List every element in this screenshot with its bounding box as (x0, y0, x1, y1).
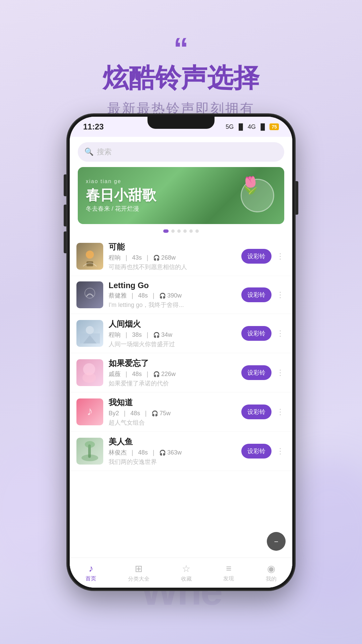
song-artist-2: 蔡健雅 (109, 291, 127, 300)
svg-point-10 (82, 373, 96, 383)
banner-dot-6[interactable] (195, 229, 199, 233)
more-btn-6[interactable]: ⋮ (275, 445, 286, 457)
song-title-3: 人间烟火 (109, 319, 236, 329)
song-cover-2 (76, 281, 103, 308)
song-plays-1: 🎧268w (153, 254, 176, 261)
set-ringtone-btn-5[interactable]: 设彩铃 (241, 405, 272, 419)
song-sep1: ｜ (129, 448, 135, 457)
svg-point-16 (85, 441, 95, 448)
nav-item-discover[interactable]: ≡ 发现 (223, 563, 234, 582)
more-btn-4[interactable]: ⋮ (275, 367, 286, 379)
song-artist-1: 程响 (109, 254, 121, 262)
search-bar[interactable]: 🔍 搜索 (78, 142, 284, 162)
banner-dot-1[interactable] (163, 229, 169, 233)
nav-item-category[interactable]: ⊞ 分类大全 (128, 563, 149, 583)
song-sep1: ｜ (122, 409, 128, 417)
svg-text:♪: ♪ (87, 404, 93, 418)
signal-bars-1: ▐▌ (236, 123, 245, 130)
banner[interactable]: xiao tian ge 春日小甜歌 冬去春来 / 花开烂漫 🌷 (78, 167, 284, 224)
song-desc-3: 人间一场烟火你曾盛开过 (109, 340, 236, 348)
song-meta-3: 程响 ｜ 38s ｜ 🎧34w (109, 331, 236, 339)
headphone-icon: 🎧 (159, 449, 166, 456)
song-sep1: ｜ (123, 370, 129, 378)
nav-icon-favorites: ☆ (182, 563, 190, 574)
song-sep1: ｜ (123, 331, 129, 339)
song-artist-5: By2 (109, 410, 119, 417)
header-quote: “ (0, 34, 362, 64)
battery-badge: 75 (269, 123, 279, 130)
song-item-6: 美人鱼 林俊杰 ｜ 48s ｜ 🎧363w 我们两的安逸世界 设彩铃 ⋮ (70, 432, 292, 471)
nav-label-category: 分类大全 (128, 576, 149, 583)
more-btn-1[interactable]: ⋮ (275, 250, 286, 262)
banner-dot-5[interactable] (189, 229, 193, 233)
nav-label-profile: 我的 (266, 576, 277, 583)
song-desc-5: 超人气女组合 (109, 419, 236, 427)
song-duration-5: 48s (130, 410, 140, 417)
search-placeholder-text: 搜索 (97, 147, 112, 157)
song-title-6: 美人鱼 (109, 436, 236, 447)
nav-label-discover: 发现 (223, 575, 234, 582)
song-desc-6: 我们两的安逸世界 (109, 458, 236, 466)
song-desc-4: 如果爱懂了承诺的代价 (109, 379, 236, 387)
nav-label-favorites: 收藏 (181, 576, 192, 583)
nav-label-home: 首页 (85, 575, 96, 582)
banner-dot-2[interactable] (171, 229, 175, 233)
signal-bars-2: ▐▌ (258, 123, 267, 130)
song-item-4: 如果爱忘了 戚薇 ｜ 48s ｜ 🎧226w 如果爱懂了承诺的代价 设彩铃 ⋮ (70, 353, 292, 392)
song-actions-5: 设彩铃 ⋮ (241, 405, 286, 419)
set-ringtone-btn-6[interactable]: 设彩铃 (241, 444, 272, 459)
song-cover-5: ♪ (76, 398, 103, 425)
more-btn-5[interactable]: ⋮ (275, 406, 286, 418)
app-content: 🔍 搜索 xiao tian ge 春日小甜歌 冬去春来 / 花开烂漫 🌷 (70, 137, 292, 588)
song-sep2: ｜ (150, 448, 157, 457)
song-sep2: ｜ (144, 254, 150, 262)
song-actions-6: 设彩铃 ⋮ (241, 444, 286, 459)
set-ringtone-btn-1[interactable]: 设彩铃 (241, 249, 272, 264)
banner-title-en: xiao tian ge (86, 178, 276, 184)
nav-icon-profile: ◉ (267, 563, 275, 574)
svg-point-1 (86, 251, 94, 259)
float-action-button[interactable]: － (267, 532, 286, 551)
song-title-1: 可能 (109, 241, 236, 252)
phone-notch (147, 117, 215, 129)
header-section: “ 炫酷铃声选择 最新最热铃声即刻拥有 (0, 0, 362, 118)
headphone-icon: 🎧 (153, 255, 160, 261)
set-ringtone-btn-4[interactable]: 设彩铃 (241, 365, 272, 380)
nav-item-profile[interactable]: ◉ 我的 (266, 563, 277, 583)
song-actions-3: 设彩铃 ⋮ (241, 326, 286, 341)
song-list: 可能 程响 ｜ 43s ｜ 🎧268w 可能再也找不到愿意相信的人 设彩铃 ⋮ … (70, 237, 292, 557)
song-plays-2: 🎧390w (159, 292, 182, 299)
song-artist-3: 程响 (109, 331, 121, 339)
song-sep1: ｜ (123, 254, 129, 262)
song-duration-1: 43s (132, 254, 142, 261)
banner-dot-3[interactable] (177, 229, 181, 233)
signal-5g-icon: 5G (226, 123, 234, 130)
nav-item-favorites[interactable]: ☆ 收藏 (181, 563, 192, 583)
song-desc-2: I'm letting go，我终于舍得... (109, 301, 236, 309)
status-icons: 5G ▐▌ 4G ▐▌ 75 (226, 123, 279, 130)
headphone-icon: 🎧 (152, 410, 158, 417)
set-ringtone-btn-3[interactable]: 设彩铃 (241, 326, 272, 341)
song-item-2: Letting Go 蔡健雅 ｜ 48s ｜ 🎧390w I'm letting… (70, 276, 292, 314)
song-title-2: Letting Go (109, 281, 236, 290)
banner-dot-4[interactable] (183, 229, 187, 233)
set-ringtone-btn-2[interactable]: 设彩铃 (241, 287, 272, 302)
song-desc-1: 可能再也找不到愿意相信的人 (109, 263, 236, 271)
song-item-3: 人间烟火 程响 ｜ 38s ｜ 🎧34w 人间一场烟火你曾盛开过 设彩铃 ⋮ (70, 314, 292, 353)
song-actions-2: 设彩铃 ⋮ (241, 287, 286, 302)
signal-4g-icon: 4G (248, 123, 256, 130)
more-btn-2[interactable]: ⋮ (275, 289, 286, 301)
status-time: 11:23 (83, 122, 104, 131)
search-icon: 🔍 (84, 148, 94, 156)
phone-screen: 11:23 5G ▐▌ 4G ▐▌ 75 🔍 搜索 (70, 117, 292, 588)
song-sep1: ｜ (129, 291, 135, 300)
nav-item-home[interactable]: ♪ 首页 (85, 563, 96, 582)
song-duration-2: 48s (138, 292, 148, 299)
song-duration-4: 48s (132, 371, 142, 378)
phone-shell: 11:23 5G ▐▌ 4G ▐▌ 75 🔍 搜索 (67, 114, 295, 590)
song-title-5: 我知道 (109, 397, 236, 408)
more-btn-3[interactable]: ⋮ (275, 327, 286, 339)
song-artist-6: 林俊杰 (109, 448, 127, 457)
song-item-1: 可能 程响 ｜ 43s ｜ 🎧268w 可能再也找不到愿意相信的人 设彩铃 ⋮ (70, 237, 292, 276)
song-cover-4 (76, 359, 103, 386)
